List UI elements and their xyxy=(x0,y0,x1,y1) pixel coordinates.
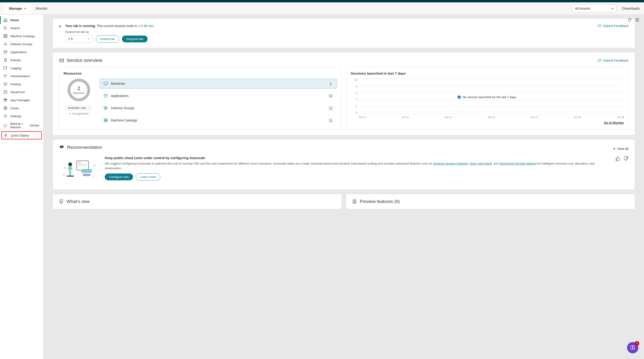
app-icon xyxy=(103,94,108,98)
chevron-down-icon xyxy=(24,7,26,10)
help-fab[interactable]: 7 xyxy=(627,342,638,353)
sidebar-item-home[interactable]: Home xyxy=(0,16,43,24)
help-icon[interactable] xyxy=(635,18,639,22)
sidebar-item-label: Settings xyxy=(10,114,22,118)
group-icon xyxy=(3,42,8,46)
svg-point-6 xyxy=(4,44,5,45)
logging-icon xyxy=(3,66,8,70)
sidebar-item-storefront[interactable]: StoreFront xyxy=(0,88,43,96)
sidebar-item-label: StoreFront xyxy=(10,90,25,94)
storefront-icon xyxy=(3,90,8,94)
recommendation-icon xyxy=(59,145,64,150)
sidebar-item-settings[interactable]: Settings xyxy=(0,112,43,120)
svg-point-29 xyxy=(62,146,62,147)
tenant-selected-label: All tenants xyxy=(575,6,590,10)
svg-rect-19 xyxy=(598,59,601,61)
sidebar-item-search[interactable]: Search xyxy=(0,24,43,32)
resource-count[interactable]: 1 xyxy=(328,106,334,110)
service-overview-title: Service overview xyxy=(59,58,102,63)
bolt-icon xyxy=(4,133,8,138)
recommendation-title: Keep public cloud costs under control by… xyxy=(105,156,610,160)
extend-hours-select[interactable]: 2 h xyxy=(65,35,93,42)
tab-monitor[interactable]: Monitor xyxy=(31,3,52,14)
resource-row-machine-catalogs[interactable]: Machine Catalogs 1 xyxy=(100,115,337,125)
svg-point-0 xyxy=(4,26,6,29)
link-cloud-burst[interactable]: cloud burst through tagging xyxy=(500,162,537,165)
monitor-icon xyxy=(103,81,108,86)
sidebar-item-machine-catalogs[interactable]: Machine Catalogs xyxy=(0,32,43,40)
sidebar-item-delivery-groups[interactable]: Delivery Groups xyxy=(0,40,43,48)
sidebar-item-policies[interactable]: Policies xyxy=(0,56,43,64)
tab-manage[interactable]: Manage xyxy=(4,3,31,14)
resource-label: Delivery Groups xyxy=(111,106,325,110)
availability-state-select[interactable]: Availability state xyxy=(66,106,92,110)
whats-new-card[interactable]: What's new xyxy=(53,194,342,209)
extend-lab-button[interactable]: Extend lab xyxy=(96,35,119,42)
svg-point-36 xyxy=(68,162,72,166)
recommendation-heading: Recommendation xyxy=(59,145,102,150)
chevron-down-icon xyxy=(88,38,90,40)
sidebar-item-app-packages[interactable]: App Packages xyxy=(0,96,43,104)
link-dynamic-timeouts[interactable]: dynamic session timeouts xyxy=(433,162,468,165)
sidebar-item-label: Machine Catalogs xyxy=(10,34,35,38)
sidebar-item-quick-deploy[interactable]: Quick Deploy xyxy=(2,131,42,139)
sidebar-item-administrators[interactable]: Administrators xyxy=(0,72,43,80)
tab-manage-label: Manage xyxy=(9,6,22,10)
resource-count[interactable]: 0 xyxy=(328,94,334,98)
svg-rect-9 xyxy=(4,66,6,69)
resource-row-applications[interactable]: Applications 0 xyxy=(100,91,337,101)
learn-more-button[interactable]: Learn more xyxy=(136,173,160,180)
submit-feedback-link[interactable]: Submit Feedback xyxy=(598,58,628,62)
tenant-select[interactable]: All tenants xyxy=(572,4,617,12)
resources-donut: 2 Machines xyxy=(68,79,90,101)
whats-new-title: What's new xyxy=(66,199,90,204)
sidebar-item-label: App Packages xyxy=(10,98,30,102)
svg-rect-8 xyxy=(4,51,7,54)
sidebar-item-label: Policies xyxy=(10,58,21,62)
preview-icon xyxy=(352,199,357,204)
svg-rect-28 xyxy=(106,120,107,122)
resource-count[interactable]: 1 xyxy=(328,118,334,122)
thumbs-down-icon[interactable] xyxy=(623,156,628,161)
sidebar-item-hosting[interactable]: Hosting xyxy=(0,80,43,88)
go-to-monitor-link[interactable]: Go to Monitor xyxy=(351,121,624,124)
thumbs-up-icon[interactable] xyxy=(615,156,620,161)
sidebar: Home Search Machine Catalogs Delivery Gr… xyxy=(0,14,44,359)
configure-now-button[interactable]: Configure now xyxy=(105,174,133,180)
svg-rect-4 xyxy=(6,36,7,38)
refresh-icon[interactable] xyxy=(628,18,632,22)
sidebar-item-backup-restore[interactable]: Backup + Restore Preview xyxy=(0,120,43,131)
sidebar-item-label: Quick Deploy xyxy=(11,134,29,137)
view-all-link[interactable]: View all xyxy=(612,147,628,151)
resources-title: Resources xyxy=(64,71,337,75)
link-force-logoff[interactable]: force user logoff xyxy=(470,162,492,165)
svg-point-5 xyxy=(5,42,6,43)
preview-features-title: Preview features (0) xyxy=(360,199,400,204)
info-icon: i xyxy=(458,95,461,99)
resource-row-machines[interactable]: Machines 2 xyxy=(100,79,337,88)
resource-row-delivery-groups[interactable]: Delivery Groups 1 xyxy=(100,103,337,113)
submit-feedback-link[interactable]: Submit Feedback xyxy=(598,24,628,28)
sidebar-item-logging[interactable]: Logging xyxy=(0,64,43,72)
hosting-icon xyxy=(3,82,8,86)
sessions-title: Sessions launched in last 7 days xyxy=(351,71,624,75)
suspend-lab-button[interactable]: Suspend lab xyxy=(122,36,147,42)
recommendation-illustration xyxy=(59,156,99,184)
resource-count[interactable]: 2 xyxy=(328,82,334,86)
svg-rect-37 xyxy=(67,176,74,176)
svg-rect-22 xyxy=(104,106,106,108)
svg-rect-27 xyxy=(104,120,106,122)
preview-features-card[interactable]: Preview features (0) xyxy=(346,194,635,209)
sidebar-item-zones[interactable]: Zones xyxy=(0,104,43,112)
svg-point-11 xyxy=(6,75,7,76)
sidebar-item-applications[interactable]: Applications xyxy=(0,48,43,56)
bell-icon xyxy=(58,199,64,204)
service-overview-card: Service overview Submit Feedback Resourc… xyxy=(53,52,634,135)
preview-badge: Preview xyxy=(29,124,40,127)
downloads-link[interactable]: Downloads xyxy=(622,6,640,10)
svg-rect-1 xyxy=(4,34,5,36)
svg-rect-12 xyxy=(4,83,7,85)
svg-rect-32 xyxy=(78,164,87,164)
recommendation-text: We suggest configuring Autoscale to opti… xyxy=(105,161,610,170)
sidebar-item-label: Delivery Groups xyxy=(10,42,32,46)
